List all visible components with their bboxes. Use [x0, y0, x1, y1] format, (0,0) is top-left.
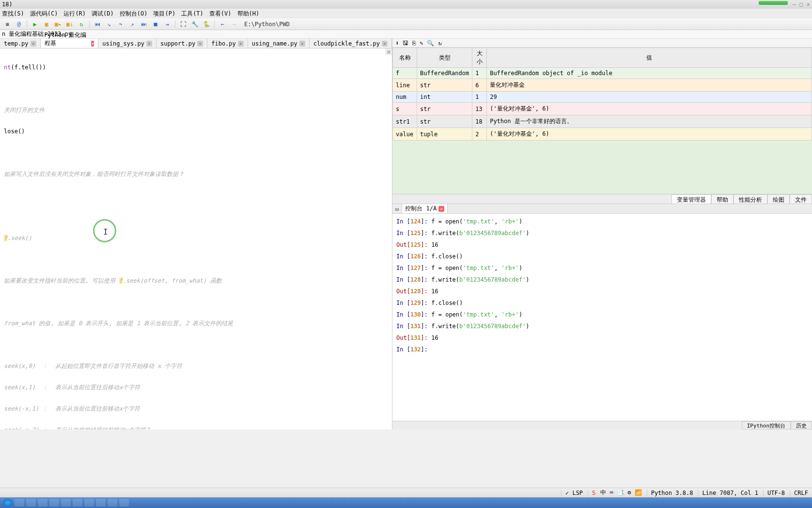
editor-tab[interactable]: using_name.py× [248, 39, 310, 48]
panel-tab[interactable]: 文件 [790, 194, 812, 204]
table-cell: BufferedRandom object of _io module [487, 68, 812, 79]
table-cell: str [417, 115, 472, 128]
start-icon[interactable] [3, 499, 13, 507]
at-icon[interactable]: @ [14, 19, 24, 29]
step-over-icon[interactable]: ↷ [115, 19, 126, 29]
reload-icon[interactable]: ↻ [76, 19, 87, 29]
taskbar-item[interactable] [96, 499, 106, 507]
console-bottom-tabs: IPython控制台历史 [392, 421, 812, 429]
editor-tab[interactable]: Python 量化编程基础-2023.py× [41, 39, 99, 48]
cursor-position: Line 7087, Col 1 [698, 490, 758, 496]
step-out-icon[interactable]: ↗ [127, 19, 138, 29]
editor-tab[interactable]: temp.py× [0, 39, 41, 48]
working-dir[interactable]: E:\Python\PWD [244, 21, 290, 28]
panel-tab[interactable]: 绘图 [767, 194, 790, 204]
taskbar-item[interactable] [73, 499, 82, 507]
console-tab[interactable]: 控制台 1/A × [402, 204, 448, 214]
search-icon[interactable]: 🔍 [427, 40, 434, 47]
close-icon[interactable]: × [438, 206, 444, 212]
console-output[interactable]: In [124]: f = open('tmp.txt', 'rb+')In [… [392, 214, 812, 421]
panel-tab[interactable]: 性能分析 [734, 194, 767, 204]
tab-label: fibo.py [211, 40, 236, 47]
panel-tab[interactable]: 帮助 [711, 194, 734, 204]
close-icon[interactable]: × [146, 41, 152, 47]
step-start-icon[interactable]: ⏮ [92, 19, 103, 29]
step-into-icon[interactable]: ↘ [104, 19, 114, 29]
bottom-tab[interactable]: IPython控制台 [742, 421, 791, 429]
wrench-icon[interactable]: 🔧 [189, 19, 200, 29]
code-editor[interactable]: nt(f.tell()) 关闭打开的文件 lose() 如果写入文件后没有关闭文… [0, 48, 392, 429]
menu-item[interactable]: 调试(D) [92, 10, 114, 18]
column-header[interactable]: 值 [487, 48, 812, 68]
table-cell: BufferedRandom [417, 68, 472, 79]
column-header[interactable]: 名称 [393, 48, 417, 68]
taskbar-item[interactable] [119, 499, 129, 507]
taskbar-item[interactable] [84, 499, 94, 507]
editor-tab[interactable]: support.py× [156, 39, 207, 48]
save-icon[interactable]: 🖫 [403, 40, 408, 47]
menu-item[interactable]: 源代码(C) [30, 10, 58, 18]
run-icon[interactable]: ▶ [30, 19, 40, 29]
menu-item[interactable]: 帮助(H) [237, 10, 260, 18]
run-selection-icon[interactable]: ▣↓ [64, 19, 75, 29]
menu-item[interactable]: 控制台(O) [120, 10, 148, 18]
console-menu-icon[interactable]: ▭ [395, 206, 399, 212]
window-controls[interactable]: — ▢ ✕ [793, 1, 810, 8]
editor-options-icon[interactable]: ≡ [385, 48, 392, 55]
table-row[interactable]: sstr13('量化对冲基金', 6) [393, 103, 812, 115]
import-icon[interactable]: ⬇ [395, 40, 399, 47]
copy-icon[interactable]: ⎘ [412, 40, 416, 47]
step-end-icon[interactable]: ⏭ [139, 19, 149, 29]
taskbar-item[interactable] [26, 499, 36, 507]
panel-tab[interactable]: 变量管理器 [671, 194, 711, 204]
taskbar-item[interactable] [38, 499, 47, 507]
column-header[interactable]: 大小 [472, 48, 487, 68]
console-pane: ▭ 控制台 1/A × In [124]: f = open('tmp.txt'… [392, 204, 812, 429]
editor-tab[interactable]: cloudpickle_fast.py× [310, 39, 392, 48]
variable-table[interactable]: 名称类型大小值 fBufferedRandom1BufferedRandom o… [392, 48, 812, 194]
refresh-icon[interactable]: ↻ [438, 40, 441, 47]
taskbar-item[interactable] [15, 499, 24, 507]
menu-item[interactable]: 工具(T) [181, 10, 203, 18]
fullscreen-icon[interactable]: ⛶ [178, 19, 188, 29]
column-header[interactable]: 类型 [417, 48, 472, 68]
run-cell-next-icon[interactable]: ▣▸ [53, 19, 63, 29]
separator [214, 20, 215, 28]
editor-tab[interactable]: using_sys.py× [98, 39, 156, 48]
variable-toolbar: ⬇ 🖫 ⎘ ✎ 🔍 ↻ [392, 39, 812, 48]
menu-item[interactable]: 查找(S) [2, 10, 24, 18]
menu-icon[interactable]: ≡ [2, 19, 13, 29]
menu-bar: 查找(S)源代码(C)运行(R)调试(D)控制台(O)项目(P)工具(T)查看(… [0, 9, 812, 18]
table-row[interactable]: numint129 [393, 92, 812, 103]
close-icon[interactable]: × [299, 41, 305, 47]
table-cell: Python 是一个非常好的语言。 [487, 115, 812, 128]
taskbar-item[interactable] [49, 499, 59, 507]
ime-icon[interactable]: S [588, 490, 595, 496]
table-row[interactable]: str1str18Python 是一个非常好的语言。 [393, 115, 812, 128]
tab-label: cloudpickle_fast.py [313, 40, 380, 47]
close-icon[interactable]: × [31, 41, 36, 47]
tab-label: temp.py [4, 40, 29, 47]
table-row[interactable]: valuetuple2('量化对冲基金', 6) [393, 128, 812, 141]
menu-item[interactable]: 查看(V) [209, 10, 232, 18]
close-icon[interactable]: × [91, 41, 94, 47]
erase-icon[interactable]: ✎ [420, 40, 423, 47]
close-icon[interactable]: × [382, 41, 388, 47]
back-icon[interactable]: ← [217, 19, 228, 29]
stop-icon[interactable]: ■ [150, 19, 161, 29]
bottom-tab[interactable]: 历史 [791, 421, 812, 429]
table-row[interactable]: fBufferedRandom1BufferedRandom object of… [393, 68, 812, 79]
debug-exit-icon[interactable]: ⇥ [162, 19, 172, 29]
table-row[interactable]: linestr6量化对冲基金 [393, 79, 812, 92]
close-icon[interactable]: × [238, 41, 244, 47]
taskbar-item[interactable] [108, 499, 117, 507]
menu-item[interactable]: 项目(P) [153, 10, 175, 18]
close-icon[interactable]: × [197, 41, 203, 47]
run-cell-icon[interactable]: ▣ [41, 19, 52, 29]
status-icons[interactable]: 中 ⌨ 📑 ⚙ 📶 [600, 489, 641, 497]
menu-item[interactable]: 运行(R) [63, 10, 86, 18]
python-icon[interactable]: 🐍 [201, 19, 212, 29]
taskbar[interactable] [0, 497, 812, 508]
taskbar-item[interactable] [61, 499, 71, 507]
editor-tab[interactable]: fibo.py× [207, 39, 248, 48]
